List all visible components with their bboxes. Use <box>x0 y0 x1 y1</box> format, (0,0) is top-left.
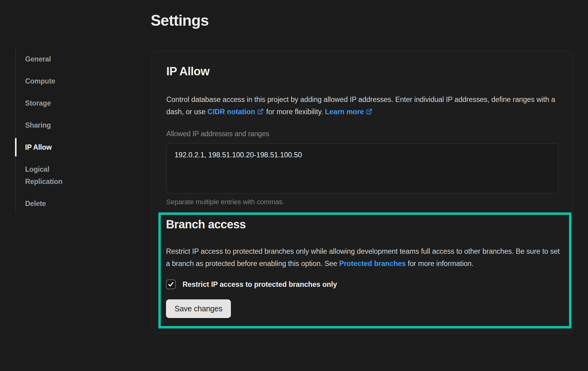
cidr-notation-link-label: CIDR notation <box>208 108 255 116</box>
restrict-ip-checkbox[interactable] <box>166 279 176 289</box>
protected-branches-link[interactable]: Protected branches <box>339 260 406 268</box>
sidebar-item-delete[interactable]: Delete <box>25 197 74 210</box>
external-link-icon <box>257 108 264 115</box>
sidebar-item-general[interactable]: General <box>25 53 74 65</box>
sidebar-item-ip-allow[interactable]: IP Allow <box>25 141 74 153</box>
ip-allow-description: Control database access in this project … <box>166 94 558 118</box>
allowed-ip-field-label: Allowed IP addresses and ranges <box>166 129 558 138</box>
page-title: Settings <box>151 12 209 29</box>
external-link-icon <box>366 108 372 115</box>
ip-allow-settings-card: IP Allow Control database access in this… <box>151 51 573 334</box>
sidebar-nav-list: General Compute Storage Sharing IP Allow… <box>15 49 83 214</box>
sidebar-item-sharing[interactable]: Sharing <box>25 119 74 131</box>
branch-access-description-text-2: for more information. <box>406 260 473 268</box>
settings-sidebar: General Compute Storage Sharing IP Allow… <box>15 49 126 214</box>
branch-access-description: Restrict IP access to protected branches… <box>166 245 563 270</box>
sidebar-item-storage[interactable]: Storage <box>25 97 74 109</box>
restrict-ip-checkbox-row: Restrict IP access to protected branches… <box>166 279 563 289</box>
branch-access-highlight-box: Branch access Restrict IP access to prot… <box>158 212 571 328</box>
save-changes-button[interactable]: Save changes <box>166 299 231 318</box>
sidebar-item-compute[interactable]: Compute <box>25 75 74 87</box>
protected-branches-link-label: Protected branches <box>339 260 406 268</box>
allowed-ip-field-helper: Separate multiple entries with commas. <box>166 197 558 207</box>
branch-access-heading: Branch access <box>166 217 563 231</box>
restrict-ip-checkbox-label[interactable]: Restrict IP access to protected branches… <box>183 280 337 289</box>
checkmark-icon <box>168 281 174 288</box>
learn-more-link[interactable]: Learn more <box>325 108 373 116</box>
learn-more-link-label: Learn more <box>325 108 364 116</box>
ip-allow-heading: IP Allow <box>166 64 558 78</box>
allowed-ip-input[interactable]: 192.0.2.1, 198.51.100.20-198.51.100.50 <box>166 143 558 193</box>
sidebar-item-logical-replication[interactable]: Logical Replication <box>25 163 74 188</box>
ip-allow-description-text-2: for more flexibility. <box>264 108 325 116</box>
cidr-notation-link[interactable]: CIDR notation <box>208 108 264 116</box>
